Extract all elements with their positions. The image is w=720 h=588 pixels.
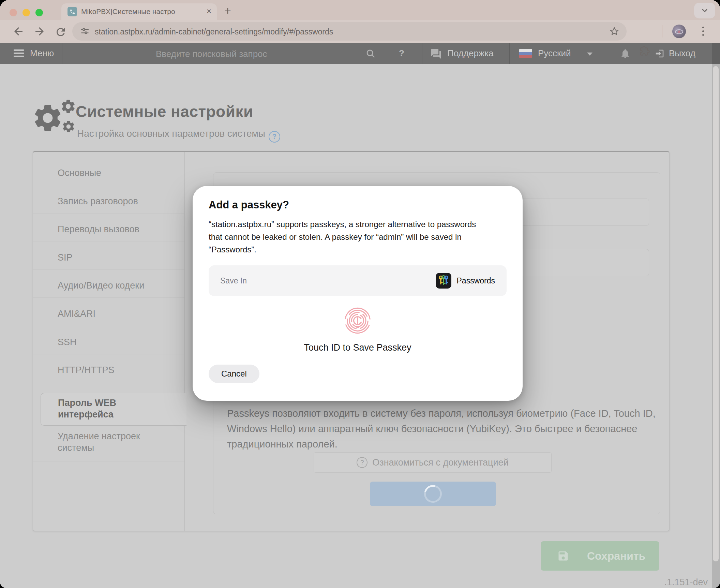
chevron-down-icon <box>701 6 709 15</box>
tab-close-icon[interactable]: × <box>207 6 211 16</box>
subtitle-help-icon[interactable]: ? <box>269 131 280 143</box>
support-button[interactable]: Поддержка <box>447 48 494 59</box>
extensions-puzzle-icon[interactable] <box>640 46 650 56</box>
menu-button[interactable]: Меню <box>30 48 54 59</box>
save-in-label: Save In <box>220 276 247 285</box>
touch-id-label: Touch ID to Save Passkey <box>209 342 507 353</box>
browser-window: Системные настройки Настройка основных п… <box>0 0 720 588</box>
sidebar-item-codecs[interactable]: Аудио/Видео кодеки <box>58 280 160 291</box>
sidebar-item-web-password-active[interactable]: Пароль WEB интерфейса <box>41 393 186 426</box>
bell-icon[interactable] <box>620 48 631 59</box>
question-circle-icon: ? <box>357 457 368 468</box>
search-input[interactable] <box>155 46 354 61</box>
save-in-value: Passwords <box>457 276 495 285</box>
reload-button[interactable] <box>55 26 67 38</box>
menu-hamburger-icon[interactable] <box>14 49 24 59</box>
new-tab-button[interactable]: + <box>224 4 231 17</box>
mikopbx-favicon <box>68 7 77 16</box>
language-selector[interactable]: Русский <box>538 48 571 59</box>
browser-tab[interactable]: MikoPBX|Системные настро × <box>61 3 217 20</box>
sidebar-item-amiari[interactable]: AMI&ARI <box>58 308 160 320</box>
page-title: Системные настройки <box>76 102 253 121</box>
gear-tiny-icon <box>61 119 76 135</box>
dialog-title: Add a passkey? <box>209 199 507 211</box>
sidebar-item-sip[interactable]: SIP <box>58 252 160 263</box>
browser-menu-button[interactable] <box>702 27 704 36</box>
scrollbar-thumb[interactable] <box>713 66 719 561</box>
gears-icon <box>31 102 64 136</box>
minimize-window-button[interactable] <box>22 9 30 16</box>
save-in-row[interactable]: Save In Passwords <box>209 265 507 296</box>
loading-spinner-icon <box>421 482 445 506</box>
save-floppy-icon <box>557 550 569 562</box>
tab-search-button[interactable] <box>694 3 715 18</box>
sidebar-item-reset[interactable]: Удаление настроек системы <box>58 430 160 454</box>
app-navbar: Меню ? Поддержка Русский Выход <box>0 43 720 64</box>
sidebar-item-recording[interactable]: Запись разговоров <box>58 195 160 207</box>
site-settings-icon[interactable] <box>80 27 89 36</box>
fingerprint-icon <box>341 304 374 337</box>
settings-tab-column: Основные Запись разговоров Переводы вызо… <box>33 152 185 531</box>
back-button[interactable] <box>12 25 25 38</box>
bookmark-star-icon[interactable] <box>610 27 619 36</box>
save-button[interactable]: Сохранить <box>541 541 659 571</box>
passwords-app-icon <box>436 273 451 289</box>
close-window-button[interactable] <box>10 9 17 16</box>
browser-toolbar <box>0 20 720 43</box>
gear-small-icon <box>60 98 76 116</box>
search-icon[interactable] <box>365 48 376 59</box>
sidebar-item-http[interactable]: HTTP/HTTPS <box>58 364 160 376</box>
passkey-description: Passkeys позволяют входить в систему без… <box>227 406 656 452</box>
maximize-window-button[interactable] <box>35 9 43 16</box>
url-input[interactable] <box>94 22 586 41</box>
page-subtitle: Настройка основных параметров системы? <box>77 128 280 143</box>
page-scrollbar[interactable] <box>712 43 720 588</box>
support-chat-icon <box>430 48 442 60</box>
russian-flag-icon <box>519 49 532 58</box>
forward-button[interactable] <box>33 25 46 38</box>
toolbar-divider <box>662 25 662 38</box>
help-button[interactable]: ? <box>399 48 404 59</box>
sidebar-item-general[interactable]: Основные <box>58 167 160 179</box>
logout-button[interactable]: Выход <box>669 48 695 59</box>
docs-button[interactable]: ? Ознакомиться с документацией <box>314 452 552 473</box>
dialog-body: “station.astpbx.ru” supports passkeys, a… <box>209 218 481 256</box>
url-bar[interactable] <box>72 22 627 41</box>
sidebar-item-transfers[interactable]: Переводы вызовов <box>58 223 160 235</box>
cancel-button[interactable]: Cancel <box>209 365 259 383</box>
chevron-down-icon[interactable] <box>587 53 592 56</box>
profile-avatar[interactable] <box>672 25 686 38</box>
sidebar-item-ssh[interactable]: SSH <box>58 336 160 348</box>
logout-icon <box>655 48 665 59</box>
passkey-dialog: Add a passkey? “station.astpbx.ru” suppo… <box>193 186 523 401</box>
add-passkey-button-loading[interactable] <box>370 482 496 506</box>
version-label: .1.151-dev <box>664 577 708 588</box>
